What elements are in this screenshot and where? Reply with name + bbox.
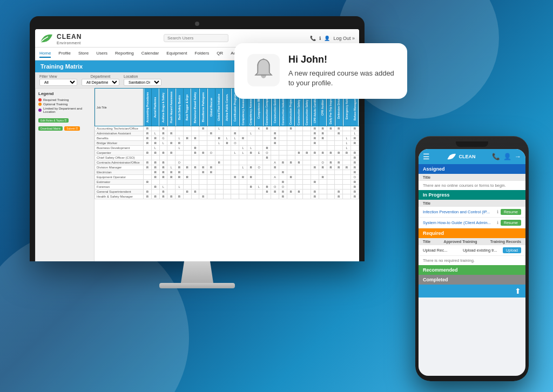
matrix-cell: R: [159, 175, 167, 180]
matrix-cell: R: [327, 126, 335, 131]
matrix-cell: R: [151, 185, 159, 190]
phone-assigned-col-title: Title: [423, 175, 430, 179]
matrix-cell: [271, 170, 279, 175]
nav-reporting[interactable]: Reporting: [115, 50, 134, 58]
matrix-cell: R: [319, 126, 327, 131]
filter-location-select[interactable]: Sanitation Drop: [124, 79, 161, 86]
matrix-cell: [303, 156, 311, 160]
matrix-row: Health & Safety ManagerRRRRRRRRRR: [95, 194, 359, 199]
nav-store[interactable]: Store: [78, 50, 89, 58]
matrix-cell: R: [159, 160, 167, 165]
phone-resume-btn-1[interactable]: Resume: [501, 209, 521, 215]
matrix-cell: [191, 175, 199, 180]
matrix-cell: [319, 180, 327, 185]
matrix-cell: R: [295, 190, 303, 194]
phone-upload-btn[interactable]: Upload: [503, 247, 521, 253]
matrix-cell: [207, 156, 215, 160]
matrix-cell: R: [176, 175, 184, 180]
matrix-cell: [295, 180, 303, 185]
matrix-cell: [271, 146, 279, 151]
nav-qr[interactable]: QR: [217, 50, 223, 58]
matrix-row: CarpenterRRRRRROLLREORRRRRRRR: [95, 151, 359, 156]
nav-users[interactable]: Users: [96, 50, 107, 58]
phone-resume-btn-2[interactable]: Resume: [501, 220, 521, 226]
matrix-cell: R: [311, 194, 319, 199]
filter-dept-section: Department All Departments: [82, 75, 119, 86]
matrix-cell: [215, 185, 223, 190]
col-header-flash-hazard: Flash Hazard Awareness: [167, 89, 176, 126]
matrix-cell: [215, 165, 223, 170]
matrix-cell: [191, 141, 199, 146]
edit-roles-btn[interactable]: Edit Roles & Topics ☰: [38, 118, 69, 123]
nav-folders[interactable]: Folders: [194, 50, 209, 58]
legend-optional: Optional Training: [38, 103, 91, 106]
phone-assigned-empty: There are no online courses or forms to …: [419, 181, 525, 190]
legend-limited-dot: [38, 109, 42, 112]
matrix-cell: R: [343, 165, 351, 170]
matrix-cell: R: [350, 141, 359, 146]
phone-logo-leaf: [447, 152, 457, 161]
matrix-cell: R: [199, 170, 207, 175]
nav-home[interactable]: Home: [39, 50, 51, 58]
matrix-cell: O: [231, 141, 239, 146]
matrix-cell: [279, 165, 287, 170]
filter-dept-select[interactable]: All Departments: [82, 79, 119, 86]
matrix-cell: [303, 165, 311, 170]
nav-calendar[interactable]: Calendar: [141, 50, 159, 58]
header-search-input[interactable]: [164, 34, 228, 42]
matrix-cell: [263, 194, 271, 199]
matrix-cell: R: [167, 194, 176, 199]
matrix-cell: [287, 165, 295, 170]
phone-bottom-bar: ⬆: [419, 285, 525, 298]
matrix-cell: R: [167, 175, 176, 180]
matrix-cell: [144, 185, 152, 190]
logout-link[interactable]: Log Out »: [333, 36, 355, 41]
matrix-cell: [231, 156, 239, 160]
matrix-cell: R: [239, 136, 247, 141]
download-matrix-btn[interactable]: Download Matrix: [38, 126, 63, 131]
app-logo: CLEAN Environment: [39, 31, 82, 45]
phone-inprogress-course-1-title[interactable]: Infection Prevention and Control (IP...: [423, 209, 497, 214]
matrix-cell: R: [207, 131, 215, 136]
phone-required-col-records: Training Records: [490, 240, 521, 244]
nav-profile[interactable]: Profile: [58, 50, 71, 58]
matrix-cell: R: [159, 131, 167, 136]
matrix-cell: L: [239, 151, 247, 156]
matrix-cell: [311, 185, 319, 190]
matrix-cell: R: [151, 194, 159, 199]
phone-menu-icon[interactable]: ☰: [423, 152, 430, 161]
phone-inprogress-course-2-title[interactable]: System How-to Guide (Client Admin...: [423, 220, 497, 225]
matrix-cell: [303, 180, 311, 185]
matrix-cell: R: [167, 141, 176, 146]
notification-popup: Hi John! A new required course was added…: [234, 43, 407, 99]
bell-icon: [253, 58, 274, 82]
matrix-cell: [327, 141, 335, 146]
matrix-table-wrapper: Job Title Accounting Procedures Aerial P…: [95, 88, 359, 261]
matrix-cell: [231, 194, 239, 199]
matrix-cell: [303, 185, 311, 190]
matrix-cell: R: [144, 126, 152, 131]
matrix-cell: [223, 190, 231, 194]
phone-upload-icon[interactable]: ⬆: [515, 287, 521, 295]
matrix-row: General SuperintendentRRRRRRRRRRRR: [95, 190, 359, 194]
matrix-cell: [144, 156, 152, 160]
matrix-cell: [207, 160, 215, 165]
matrix-cell: [287, 170, 295, 175]
matrix-cell: [199, 175, 207, 180]
submit-btn[interactable]: Submit ☰: [64, 126, 80, 131]
phone-outer: ☰ CLEAN 📞 👤 → Assigned Title: [415, 136, 529, 381]
matrix-cell: [215, 194, 223, 199]
matrix-cell: [319, 156, 327, 160]
filter-view-select[interactable]: All: [39, 79, 77, 86]
nav-equipment[interactable]: Equipment: [166, 50, 187, 58]
matrix-cell: R: [144, 190, 152, 194]
matrix-cell: [343, 175, 351, 180]
matrix-cell: [207, 136, 215, 141]
matrix-row: Chief Safety Officer (CSO)RR: [95, 156, 359, 160]
matrix-cell: [223, 156, 231, 160]
matrix-cell: [303, 175, 311, 180]
matrix-cell: R: [191, 165, 199, 170]
matrix-cell: [319, 190, 327, 194]
legend-optional-dot: [38, 103, 42, 106]
matrix-cell: R: [144, 136, 152, 141]
